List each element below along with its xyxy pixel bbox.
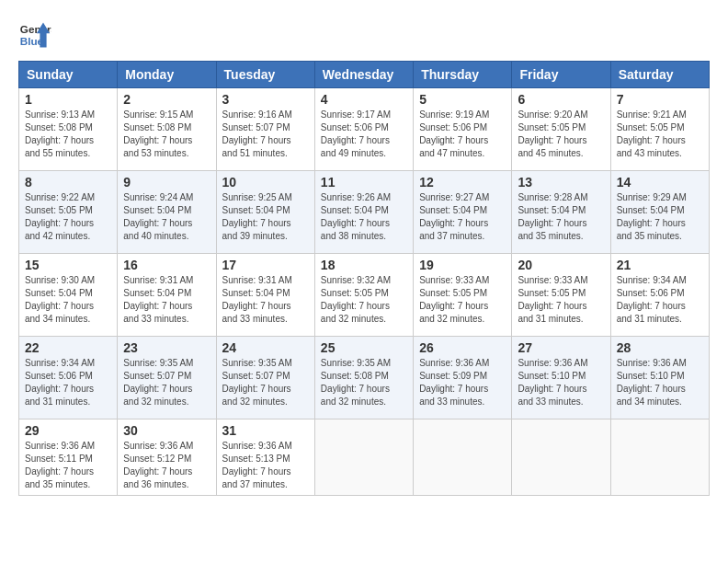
day-info: Sunrise: 9:25 AMSunset: 5:04 PMDaylight:… [222,191,309,243]
calendar-cell: 5Sunrise: 9:19 AMSunset: 5:06 PMDaylight… [414,88,512,171]
day-number: 10 [222,175,309,190]
calendar-cell: 27Sunrise: 9:36 AMSunset: 5:10 PMDayligh… [512,337,610,419]
calendar-week-row: 15Sunrise: 9:30 AMSunset: 5:04 PMDayligh… [19,254,710,337]
calendar-cell: 19Sunrise: 9:33 AMSunset: 5:05 PMDayligh… [414,254,512,337]
calendar-cell: 10Sunrise: 9:25 AMSunset: 5:04 PMDayligh… [216,171,314,254]
day-number: 7 [617,92,703,107]
day-number: 25 [321,340,407,355]
calendar-cell: 21Sunrise: 9:34 AMSunset: 5:06 PMDayligh… [610,254,709,337]
calendar-week-row: 29Sunrise: 9:36 AMSunset: 5:11 PMDayligh… [19,419,710,496]
day-number: 20 [518,258,604,272]
calendar-cell: 2Sunrise: 9:15 AMSunset: 5:08 PMDaylight… [118,88,216,171]
day-number: 12 [419,175,506,190]
day-number: 21 [617,258,703,272]
calendar-cell: 20Sunrise: 9:33 AMSunset: 5:05 PMDayligh… [512,254,610,337]
day-number: 4 [321,92,407,107]
day-info: Sunrise: 9:30 AMSunset: 5:04 PMDaylight:… [25,274,111,326]
day-number: 24 [222,340,309,355]
calendar-cell: 18Sunrise: 9:32 AMSunset: 5:05 PMDayligh… [314,254,413,337]
day-info: Sunrise: 9:36 AMSunset: 5:11 PMDaylight:… [25,440,111,491]
calendar-cell: 13Sunrise: 9:28 AMSunset: 5:04 PMDayligh… [512,171,610,254]
calendar-cell: 3Sunrise: 9:16 AMSunset: 5:07 PMDaylight… [216,88,314,171]
day-info: Sunrise: 9:31 AMSunset: 5:04 PMDaylight:… [222,274,309,326]
day-number: 6 [518,92,604,107]
day-number: 28 [617,340,703,355]
day-info: Sunrise: 9:29 AMSunset: 5:04 PMDaylight:… [617,191,703,243]
day-info: Sunrise: 9:35 AMSunset: 5:07 PMDaylight:… [222,357,309,408]
day-of-week-header: Thursday [414,62,512,88]
calendar-cell: 17Sunrise: 9:31 AMSunset: 5:04 PMDayligh… [216,254,314,337]
calendar-cell [314,419,413,496]
calendar-cell: 14Sunrise: 9:29 AMSunset: 5:04 PMDayligh… [610,171,709,254]
calendar-cell: 11Sunrise: 9:26 AMSunset: 5:04 PMDayligh… [314,171,413,254]
day-number: 5 [419,92,506,107]
day-of-week-header: Monday [118,62,216,88]
day-number: 30 [123,423,210,438]
day-info: Sunrise: 9:17 AMSunset: 5:06 PMDaylight:… [321,109,407,160]
calendar-cell: 12Sunrise: 9:27 AMSunset: 5:04 PMDayligh… [414,171,512,254]
calendar-cell: 1Sunrise: 9:13 AMSunset: 5:08 PMDaylight… [19,88,118,171]
day-number: 15 [25,258,111,272]
calendar-cell: 16Sunrise: 9:31 AMSunset: 5:04 PMDayligh… [118,254,216,337]
day-number: 23 [123,340,210,355]
calendar-cell: 24Sunrise: 9:35 AMSunset: 5:07 PMDayligh… [216,337,314,419]
day-number: 13 [518,175,604,190]
day-number: 16 [123,258,210,272]
day-number: 8 [25,175,111,190]
logo-icon: General Blue [18,18,51,52]
calendar-cell [610,419,709,496]
calendar-week-row: 8Sunrise: 9:22 AMSunset: 5:05 PMDaylight… [19,171,710,254]
calendar-cell: 30Sunrise: 9:36 AMSunset: 5:12 PMDayligh… [118,419,216,496]
day-number: 29 [25,423,111,438]
calendar-header-row: SundayMondayTuesdayWednesdayThursdayFrid… [19,62,710,88]
day-info: Sunrise: 9:32 AMSunset: 5:05 PMDaylight:… [321,274,407,326]
day-info: Sunrise: 9:36 AMSunset: 5:13 PMDaylight:… [222,440,309,491]
calendar-cell: 15Sunrise: 9:30 AMSunset: 5:04 PMDayligh… [19,254,118,337]
calendar-cell: 26Sunrise: 9:36 AMSunset: 5:09 PMDayligh… [414,337,512,419]
day-number: 2 [123,92,210,107]
calendar-cell: 22Sunrise: 9:34 AMSunset: 5:06 PMDayligh… [19,337,118,419]
calendar-cell: 28Sunrise: 9:36 AMSunset: 5:10 PMDayligh… [610,337,709,419]
calendar-week-row: 1Sunrise: 9:13 AMSunset: 5:08 PMDaylight… [19,88,710,171]
day-info: Sunrise: 9:33 AMSunset: 5:05 PMDaylight:… [419,274,506,326]
calendar-cell [414,419,512,496]
day-info: Sunrise: 9:27 AMSunset: 5:04 PMDaylight:… [419,191,506,243]
day-info: Sunrise: 9:36 AMSunset: 5:09 PMDaylight:… [419,357,506,408]
day-info: Sunrise: 9:20 AMSunset: 5:05 PMDaylight:… [518,109,604,160]
day-info: Sunrise: 9:31 AMSunset: 5:04 PMDaylight:… [123,274,210,326]
day-info: Sunrise: 9:22 AMSunset: 5:05 PMDaylight:… [25,191,111,243]
day-of-week-header: Wednesday [314,62,413,88]
day-info: Sunrise: 9:26 AMSunset: 5:04 PMDaylight:… [321,191,407,243]
calendar-week-row: 22Sunrise: 9:34 AMSunset: 5:06 PMDayligh… [19,337,710,419]
day-number: 27 [518,340,604,355]
day-of-week-header: Tuesday [216,62,314,88]
day-info: Sunrise: 9:36 AMSunset: 5:10 PMDaylight:… [617,357,703,408]
day-of-week-header: Saturday [610,62,709,88]
day-info: Sunrise: 9:24 AMSunset: 5:04 PMDaylight:… [123,191,210,243]
day-info: Sunrise: 9:15 AMSunset: 5:08 PMDaylight:… [123,109,210,160]
day-info: Sunrise: 9:36 AMSunset: 5:12 PMDaylight:… [123,440,210,491]
calendar-cell: 7Sunrise: 9:21 AMSunset: 5:05 PMDaylight… [610,88,709,171]
day-number: 22 [25,340,111,355]
day-number: 14 [617,175,703,190]
page-header: General Blue [18,18,710,52]
calendar-cell: 31Sunrise: 9:36 AMSunset: 5:13 PMDayligh… [216,419,314,496]
day-number: 19 [419,258,506,272]
day-number: 1 [25,92,111,107]
day-number: 9 [123,175,210,190]
calendar-cell: 9Sunrise: 9:24 AMSunset: 5:04 PMDaylight… [118,171,216,254]
day-of-week-header: Sunday [19,62,118,88]
day-info: Sunrise: 9:13 AMSunset: 5:08 PMDaylight:… [25,109,111,160]
day-of-week-header: Friday [512,62,610,88]
day-number: 26 [419,340,506,355]
calendar-cell: 4Sunrise: 9:17 AMSunset: 5:06 PMDaylight… [314,88,413,171]
day-info: Sunrise: 9:33 AMSunset: 5:05 PMDaylight:… [518,274,604,326]
day-number: 17 [222,258,309,272]
day-info: Sunrise: 9:34 AMSunset: 5:06 PMDaylight:… [617,274,703,326]
day-info: Sunrise: 9:19 AMSunset: 5:06 PMDaylight:… [419,109,506,160]
logo: General Blue [18,18,51,52]
calendar-cell: 25Sunrise: 9:35 AMSunset: 5:08 PMDayligh… [314,337,413,419]
day-number: 31 [222,423,309,438]
day-number: 18 [321,258,407,272]
calendar-cell [512,419,610,496]
